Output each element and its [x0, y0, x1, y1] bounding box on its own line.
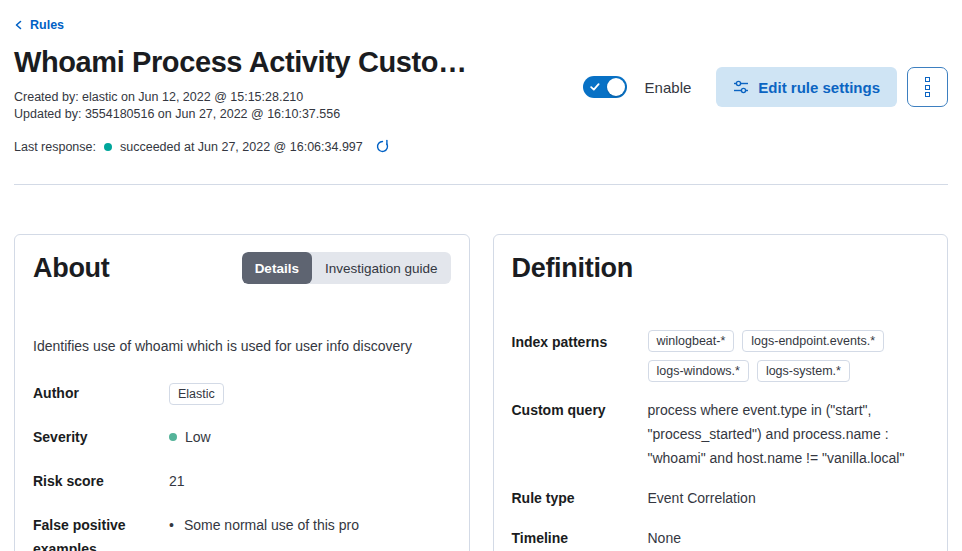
row-value: None: [648, 526, 930, 550]
boxes-vertical-icon: [925, 77, 930, 97]
row-label: Severity: [33, 425, 161, 449]
check-icon: [590, 83, 600, 91]
row-value: winlogbeat-*logs-endpoint.events.*logs-w…: [648, 330, 930, 382]
definition-panel: Definition Index patternswinlogbeat-*log…: [493, 234, 949, 551]
row-label: False positive examples: [33, 513, 161, 551]
row-label: Timeline: [512, 526, 640, 550]
status-dot: [104, 143, 112, 151]
health-status: Low: [169, 425, 451, 449]
about-tab-group: DetailsInvestigation guide: [242, 252, 451, 284]
edit-rule-settings-button[interactable]: Edit rule settings: [716, 67, 897, 107]
severity-dot: [169, 433, 177, 441]
row-value: Elastic: [169, 381, 451, 405]
detail-row-rule-type: Rule typeEvent Correlation: [512, 486, 930, 510]
badge-winlogbeat: winlogbeat-*: [648, 330, 735, 352]
row-value: 21: [169, 469, 451, 493]
refresh-icon: [375, 139, 390, 154]
definition-title: Definition: [512, 252, 633, 284]
rule-details-page: Rules Whoami Process Activity Custo… Cre…: [0, 0, 962, 551]
toggle-knob: [607, 78, 625, 96]
tab-details[interactable]: Details: [242, 252, 312, 284]
badge-logs-windows: logs-windows.*: [648, 360, 749, 382]
created-by-text: Created by: elastic on Jun 12, 2022 @ 15…: [14, 89, 467, 106]
row-label: Author: [33, 381, 161, 405]
row-label: Custom query: [512, 398, 640, 422]
last-response-status: succeeded at Jun 27, 2022 @ 16:06:34.997: [120, 140, 363, 154]
detail-row-custom-query: Custom queryprocess where event.type in …: [512, 398, 930, 470]
about-panel: About DetailsInvestigation guide Identif…: [14, 234, 470, 551]
row-label: Risk score: [33, 469, 161, 493]
enable-toggle[interactable]: [583, 76, 627, 98]
panels-row: About DetailsInvestigation guide Identif…: [14, 234, 948, 551]
row-value: Event Correlation: [648, 486, 930, 510]
row-value: •Some normal use of this pro: [169, 513, 451, 537]
about-panel-body: Identifies use of whoami which is used f…: [15, 336, 469, 551]
row-value: process where event.type in ("start", "p…: [648, 398, 930, 470]
definition-panel-head: Definition: [494, 235, 948, 284]
breadcrumb-rules-link[interactable]: Rules: [14, 18, 64, 32]
detail-row-false-positive-examples: False positive examples•Some normal use …: [33, 513, 451, 551]
row-label: Index patterns: [512, 330, 640, 354]
bullet-item: •Some normal use of this pro: [169, 513, 451, 537]
about-panel-head: About DetailsInvestigation guide: [15, 235, 469, 284]
last-response-label: Last response:: [14, 140, 96, 154]
badge-elastic: Elastic: [169, 383, 224, 405]
detail-row-risk-score: Risk score21: [33, 469, 451, 493]
badges-list: winlogbeat-*logs-endpoint.events.*logs-w…: [648, 330, 930, 382]
bullet-marker: •: [169, 513, 174, 537]
detail-row-author: AuthorElastic: [33, 381, 451, 405]
about-rows: AuthorElasticSeverityLowRisk score21Fals…: [33, 381, 451, 551]
badge-logs-endpoint-events: logs-endpoint.events.*: [742, 330, 884, 352]
breadcrumb-label: Rules: [30, 18, 64, 32]
rule-header-left: Whoami Process Activity Custo… Created b…: [14, 44, 467, 123]
edit-rule-settings-label: Edit rule settings: [758, 79, 880, 96]
tab-investigation-guide[interactable]: Investigation guide: [312, 252, 451, 284]
header-divider: [14, 184, 948, 185]
detail-row-severity: SeverityLow: [33, 425, 451, 449]
detail-row-index-patterns: Index patternswinlogbeat-*logs-endpoint.…: [512, 330, 930, 382]
rule-actions-menu-button[interactable]: [907, 67, 948, 107]
rule-header: Whoami Process Activity Custo… Created b…: [14, 44, 948, 123]
about-title: About: [33, 252, 109, 284]
page-title: Whoami Process Activity Custo…: [14, 44, 467, 80]
definition-rows: Index patternswinlogbeat-*logs-endpoint.…: [494, 330, 948, 550]
rule-meta: Created by: elastic on Jun 12, 2022 @ 15…: [14, 89, 467, 123]
bullet-text: Some normal use of this pro: [184, 513, 359, 537]
health-label: Low: [185, 425, 211, 449]
detail-row-timeline: TimelineNone: [512, 526, 930, 550]
last-response-row: Last response: succeeded at Jun 27, 2022…: [14, 139, 948, 154]
updated-by-text: Updated by: 3554180516 on Jun 27, 2022 @…: [14, 106, 467, 123]
rule-description: Identifies use of whoami which is used f…: [33, 336, 451, 357]
row-value: Low: [169, 425, 451, 449]
rule-header-actions: Enable Edit rule settings: [583, 67, 948, 107]
chevron-left-icon: [14, 20, 24, 30]
badge-logs-system: logs-system.*: [757, 360, 850, 382]
sliders-icon: [733, 79, 749, 95]
row-label: Rule type: [512, 486, 640, 510]
query-text: process where event.type in ("start", "p…: [648, 398, 930, 470]
enable-label: Enable: [645, 79, 692, 96]
refresh-button[interactable]: [375, 139, 390, 154]
